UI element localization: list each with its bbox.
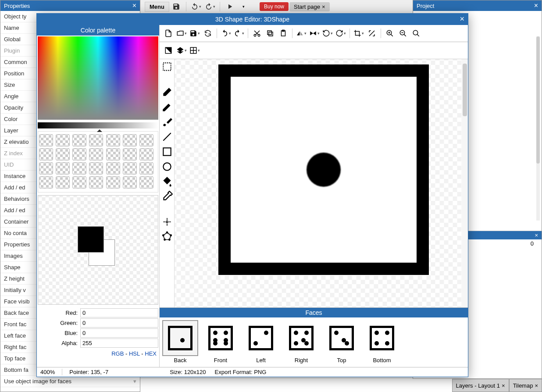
swatch[interactable] [139, 176, 153, 189]
zoom-out-icon[interactable] [397, 28, 409, 39]
crop-icon[interactable] [353, 28, 365, 39]
hex-link[interactable]: HEX [145, 350, 157, 357]
swatch[interactable] [72, 162, 86, 175]
marquee-icon[interactable] [161, 61, 173, 72]
zoom-in-icon[interactable] [384, 28, 396, 39]
flip-h-icon[interactable] [295, 28, 307, 39]
use-object-image-row[interactable]: Use object image for faces [0, 376, 140, 387]
swatch[interactable] [89, 148, 103, 160]
swatch[interactable] [89, 162, 103, 175]
face-bottom[interactable]: Bottom [365, 321, 399, 363]
face-right[interactable]: Right [284, 321, 318, 363]
close-icon[interactable]: × [535, 232, 538, 239]
color-preview[interactable] [38, 195, 158, 305]
polygon-icon[interactable] [161, 231, 173, 242]
green-input[interactable] [80, 318, 158, 328]
undo-icon[interactable] [220, 28, 232, 39]
new-file-icon[interactable] [162, 28, 175, 39]
rotate-ccw-icon[interactable] [321, 28, 334, 39]
undo-icon[interactable] [191, 1, 201, 12]
brush-icon[interactable] [161, 116, 173, 128]
swatch[interactable] [56, 162, 70, 175]
eraser-icon[interactable] [161, 86, 173, 98]
foreground-swatch[interactable] [78, 226, 104, 253]
close-icon[interactable]: × [535, 382, 538, 389]
play-caret-icon[interactable]: ▾ [239, 1, 249, 12]
reload-icon[interactable] [202, 28, 214, 39]
vertical-scrollbar[interactable] [462, 59, 468, 307]
rgb-link[interactable]: RGB [111, 350, 124, 357]
swatch[interactable] [39, 134, 53, 146]
close-icon[interactable]: × [322, 4, 325, 10]
lightness-slider[interactable] [38, 122, 158, 128]
swatch[interactable] [56, 148, 70, 160]
close-icon[interactable]: × [132, 2, 136, 9]
swatch[interactable] [123, 162, 137, 175]
pencil-icon[interactable] [161, 101, 173, 113]
cut-icon[interactable] [251, 28, 263, 39]
rect-icon[interactable] [161, 146, 173, 157]
swatch[interactable] [139, 162, 153, 175]
fill-icon[interactable] [161, 176, 173, 187]
swatch[interactable] [39, 176, 53, 189]
swatch[interactable] [89, 176, 103, 189]
swatch[interactable] [106, 176, 120, 189]
swatch[interactable] [139, 134, 153, 146]
blue-input[interactable] [80, 328, 158, 338]
zoom-fit-icon[interactable] [410, 28, 422, 39]
canvas[interactable] [175, 59, 468, 307]
hsl-link[interactable]: HSL [129, 350, 140, 357]
close-icon[interactable]: × [460, 14, 464, 24]
redo-icon[interactable] [205, 1, 215, 12]
redo-icon[interactable] [233, 28, 245, 39]
invert-icon[interactable] [162, 45, 175, 56]
buy-now-button[interactable]: Buy now [260, 2, 289, 11]
face-left[interactable]: Left [244, 321, 278, 363]
face-back[interactable]: Back [163, 321, 197, 363]
paste-icon[interactable] [277, 28, 289, 39]
close-icon[interactable]: × [502, 382, 505, 389]
swatch[interactable] [139, 148, 153, 160]
swatch[interactable] [56, 176, 70, 189]
swatch[interactable] [106, 134, 120, 146]
copy-icon[interactable] [264, 28, 276, 39]
swatch[interactable] [89, 134, 103, 146]
red-input[interactable] [80, 308, 158, 317]
layers-tab[interactable]: Layers - Layout 1× [452, 379, 509, 392]
canvas-content[interactable] [218, 64, 429, 275]
flip-v-icon[interactable] [308, 28, 321, 39]
swatch[interactable] [123, 134, 137, 146]
alpha-input[interactable] [80, 339, 158, 348]
ellipse-icon[interactable] [161, 161, 173, 172]
close-icon[interactable]: × [534, 2, 538, 9]
layers-icon[interactable] [175, 45, 188, 56]
swatch[interactable] [72, 176, 86, 189]
editor-toolbar [160, 25, 468, 42]
rotate-cw-icon[interactable] [335, 28, 347, 39]
save-icon[interactable] [171, 1, 182, 12]
menu-button[interactable]: Menu [145, 2, 169, 12]
swatch[interactable] [39, 148, 53, 160]
resize-icon[interactable] [366, 28, 378, 39]
start-page-tab[interactable]: Start page× [289, 2, 330, 11]
save-icon[interactable] [189, 28, 201, 39]
swatch[interactable] [39, 162, 53, 175]
saturation-picker[interactable] [38, 36, 158, 120]
grid-icon[interactable] [189, 45, 201, 56]
open-icon[interactable] [175, 28, 188, 39]
swatch-grid[interactable] [39, 134, 154, 189]
line-icon[interactable] [161, 131, 173, 143]
swatch[interactable] [123, 148, 137, 160]
tilemap-tab[interactable]: Tilemap× [509, 379, 542, 392]
swatch[interactable] [72, 134, 86, 146]
swatch[interactable] [56, 134, 70, 146]
play-icon[interactable] [225, 1, 235, 12]
swatch[interactable] [106, 162, 120, 175]
swatch[interactable] [106, 148, 120, 160]
face-front[interactable]: Front [203, 321, 238, 363]
swatch[interactable] [123, 176, 137, 189]
swatch[interactable] [72, 148, 86, 160]
face-top[interactable]: Top [324, 321, 359, 363]
origin-icon[interactable] [161, 216, 173, 228]
eyedropper-icon[interactable] [161, 191, 173, 202]
